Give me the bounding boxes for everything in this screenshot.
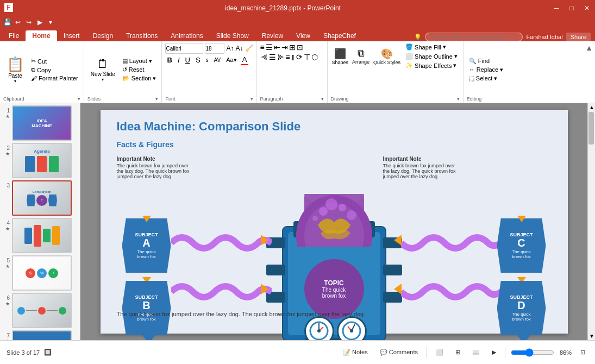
- customize-qat-btn[interactable]: ▾: [46, 17, 55, 27]
- shapes-btn[interactable]: ⬛ Shapes: [331, 47, 350, 66]
- slide-thumb-2[interactable]: 2 ★ Agenda: [2, 143, 78, 178]
- share-btn[interactable]: Share: [566, 33, 591, 41]
- arrow-right-bottom: [394, 284, 402, 294]
- notes-btn[interactable]: 📝 Notes: [340, 348, 371, 357]
- increase-font-btn[interactable]: A↑: [226, 45, 234, 52]
- text-direction-btn[interactable]: ⟳: [296, 53, 303, 61]
- restore-btn[interactable]: □: [568, 4, 575, 12]
- increase-indent-btn[interactable]: ⇥: [281, 43, 288, 52]
- find-btn[interactable]: 🔍Find: [467, 57, 505, 65]
- redo-btn[interactable]: ↪: [24, 17, 34, 27]
- align-text-btn[interactable]: ⊤: [304, 53, 310, 61]
- scroll-down-btn[interactable]: ▼: [588, 332, 595, 340]
- change-case-btn[interactable]: Aa▾: [224, 56, 238, 64]
- slide-info: Slide 3 of 17: [7, 349, 40, 356]
- reset-btn[interactable]: ↺Reset: [120, 66, 159, 74]
- reading-view-btn[interactable]: 📖: [469, 348, 483, 357]
- tab-file[interactable]: File: [2, 30, 26, 41]
- undo-btn[interactable]: ↩: [13, 17, 23, 27]
- new-slide-btn[interactable]: 🗒 New Slide ▾: [87, 51, 118, 89]
- slide-thumb-1[interactable]: 1 ★ IDEAMACHINE: [2, 105, 78, 141]
- slide-image-2[interactable]: Agenda: [12, 143, 72, 178]
- bold-btn[interactable]: B: [165, 55, 173, 65]
- char-spacing-btn[interactable]: AV: [212, 57, 223, 64]
- select-btn[interactable]: ⬚Select▾: [467, 74, 505, 83]
- tab-view[interactable]: View: [290, 30, 317, 41]
- ribbon-clipboard-group: 📋 Paste ▾ ✂Cut ⧉Copy 🖌Format Painter Cli…: [0, 41, 84, 103]
- slide-canvas[interactable]: Idea Machine: Comparison Slide Facts & F…: [101, 110, 568, 334]
- zoom-slider[interactable]: [511, 348, 554, 357]
- slide-image-7[interactable]: Timeline: [12, 330, 72, 340]
- align-center-btn[interactable]: ☰: [269, 53, 276, 61]
- italic-btn[interactable]: I: [176, 55, 181, 65]
- tell-me-icon: 💡: [414, 34, 422, 41]
- arrange-btn[interactable]: ⧉ Arrange: [351, 47, 371, 66]
- columns-btn[interactable]: ⫿: [291, 53, 295, 61]
- tab-design[interactable]: Design: [86, 30, 120, 41]
- layout-btn[interactable]: ▤Layout▾: [120, 57, 159, 65]
- slide-thumb-5[interactable]: 5 ★ $ % ↑: [2, 255, 78, 291]
- slideshow-btn[interactable]: ▶: [488, 348, 499, 357]
- slide-thumb-4[interactable]: 4 ★: [2, 218, 78, 253]
- slide-image-3[interactable]: Comparison T: [12, 180, 72, 216]
- format-painter-btn[interactable]: 🖌Format Painter: [29, 74, 80, 82]
- slide-indicator-btn[interactable]: 🔲: [44, 349, 52, 356]
- tab-slide-show[interactable]: Slide Show: [210, 30, 255, 41]
- tab-insert[interactable]: Insert: [57, 30, 86, 41]
- paste-btn[interactable]: 📋 Paste ▾: [3, 51, 27, 89]
- section-btn[interactable]: 📂Section▾: [120, 74, 159, 83]
- right-pipe-top-svg: [401, 229, 502, 256]
- tab-home[interactable]: Home: [26, 30, 57, 41]
- convert-smtart-btn[interactable]: ⊡: [297, 43, 303, 52]
- cut-btn[interactable]: ✂Cut: [29, 57, 80, 65]
- slide-image-1[interactable]: IDEAMACHINE: [12, 105, 72, 141]
- align-left-btn[interactable]: ⫷: [260, 53, 268, 61]
- presentation-btn[interactable]: ▶: [35, 17, 45, 27]
- zoom-level: 86%: [560, 349, 572, 356]
- smart-art-btn[interactable]: ⊞: [289, 43, 296, 52]
- scroll-up-btn[interactable]: ▲: [588, 103, 595, 111]
- fit-slide-btn[interactable]: ⊡: [577, 348, 588, 357]
- comments-btn[interactable]: 💬 Comments: [377, 348, 421, 357]
- shape-fill-btn[interactable]: 🪣Shape Fill▾: [403, 43, 460, 51]
- tab-shapechef[interactable]: ShapeChef: [317, 30, 362, 41]
- justify-btn[interactable]: ≡: [286, 53, 290, 61]
- close-btn[interactable]: ✕: [583, 4, 591, 12]
- svg-point-25: [312, 216, 318, 221]
- minimize-btn[interactable]: ─: [553, 4, 560, 12]
- replace-btn[interactable]: ↔Replace▾: [467, 66, 505, 74]
- vertical-scrollbar[interactable]: ▲ ▼: [587, 103, 595, 340]
- scroll-thumb[interactable]: [588, 112, 594, 145]
- font-color-btn[interactable]: A: [241, 55, 249, 65]
- slide-sorter-btn[interactable]: ⊞: [452, 348, 464, 357]
- slide-thumb-6[interactable]: 6 ★: [2, 293, 78, 328]
- slide-image-4[interactable]: [12, 218, 72, 253]
- slide-thumb-3[interactable]: 3 ★ Comparison T: [2, 180, 78, 216]
- bullets-btn[interactable]: ≡: [260, 43, 265, 52]
- collapse-ribbon-btn[interactable]: ▲: [583, 41, 595, 103]
- tell-me-input[interactable]: [425, 33, 523, 41]
- font-name-input[interactable]: [165, 43, 203, 54]
- shape-effects-btn[interactable]: ✨Shape Effects▾: [403, 61, 460, 70]
- decrease-indent-btn[interactable]: ⇤: [274, 43, 280, 52]
- align-right-btn[interactable]: ⫸: [277, 53, 285, 61]
- normal-view-btn[interactable]: ⬜: [433, 348, 447, 357]
- save-qat-btn[interactable]: 💾: [2, 17, 12, 27]
- copy-btn[interactable]: ⧉Copy: [29, 66, 80, 74]
- quick-styles-btn[interactable]: 🎨 Quick Styles: [372, 47, 402, 66]
- tab-animations[interactable]: Animations: [164, 30, 209, 41]
- underline-btn[interactable]: U: [184, 55, 192, 65]
- font-size-input[interactable]: [205, 43, 224, 54]
- convert-smartart-btn2[interactable]: ⬡: [311, 53, 318, 61]
- slide-image-5[interactable]: $ % ↑: [12, 255, 72, 291]
- shadow-btn[interactable]: s: [204, 57, 210, 64]
- numbering-btn[interactable]: ☰: [266, 43, 273, 52]
- strikethrough-btn[interactable]: S: [194, 55, 202, 65]
- tab-transitions[interactable]: Transitions: [120, 30, 164, 41]
- tab-review[interactable]: Review: [255, 30, 290, 41]
- clear-format-btn[interactable]: 🧹: [245, 45, 253, 52]
- slide-thumb-7[interactable]: 7 ★ Timeline: [2, 330, 78, 340]
- decrease-font-btn[interactable]: A↓: [236, 45, 243, 52]
- slide-image-6[interactable]: [12, 293, 72, 328]
- shape-outline-btn[interactable]: ⬜Shape Outline▾: [403, 52, 460, 60]
